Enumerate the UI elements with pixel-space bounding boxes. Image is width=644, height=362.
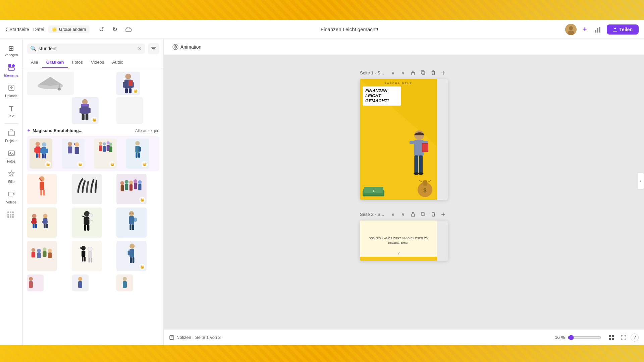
- back-button[interactable]: ‹ Startseite: [5, 26, 29, 33]
- list-item[interactable]: [27, 275, 44, 291]
- list-item[interactable]: [116, 275, 133, 291]
- grid-view-button[interactable]: [606, 333, 616, 343]
- undo-button[interactable]: ↺: [96, 24, 107, 35]
- list-item[interactable]: [116, 97, 143, 124]
- svg-rect-14: [7, 212, 9, 213]
- list-item[interactable]: [116, 207, 147, 238]
- list-item[interactable]: 👑: [30, 138, 52, 169]
- animation-button[interactable]: Animation: [169, 42, 205, 52]
- tab-audio[interactable]: Audio: [108, 57, 127, 68]
- slide-2-down-button[interactable]: ∨: [399, 210, 408, 219]
- svg-rect-54: [42, 154, 44, 158]
- clear-search-icon[interactable]: ✕: [138, 46, 142, 51]
- redo-button[interactable]: ↻: [110, 24, 120, 35]
- svg-rect-60: [74, 147, 79, 154]
- sidebar-item-elemente[interactable]: Elemente: [1, 61, 21, 80]
- list-item[interactable]: [27, 207, 57, 238]
- list-item[interactable]: [27, 241, 57, 271]
- slide-1-copy-button[interactable]: [419, 68, 428, 77]
- slide-1-add-button[interactable]: [439, 68, 448, 77]
- list-item[interactable]: [72, 241, 102, 271]
- tab-fotos[interactable]: Fotos: [68, 57, 87, 68]
- datei-label[interactable]: Datei: [33, 27, 44, 32]
- slide-1-money-bills: $: [363, 185, 386, 197]
- sidebar-item-stile[interactable]: Stile: [1, 167, 21, 186]
- slide-1-down-button[interactable]: ∨: [399, 68, 408, 77]
- sidebar-pattern-icon: [7, 211, 16, 222]
- svg-rect-73: [138, 153, 140, 158]
- canvas-scroll[interactable]: Seite 1 - S... ∧ ∨: [164, 55, 644, 329]
- zoom-slider[interactable]: [568, 335, 601, 340]
- slide-1-money-bag: $: [416, 176, 434, 198]
- slide-1-up-button[interactable]: ∧: [389, 68, 397, 77]
- svg-point-50: [42, 142, 46, 147]
- list-item[interactable]: [72, 207, 102, 238]
- slide-2-add-button[interactable]: [439, 210, 448, 219]
- add-collaborator-button[interactable]: +: [580, 24, 590, 35]
- filter-button[interactable]: [148, 43, 159, 54]
- sidebar-item-videos[interactable]: Videos: [1, 188, 21, 207]
- svg-point-78: [120, 181, 124, 185]
- list-item[interactable]: 👑: [126, 138, 149, 169]
- list-item[interactable]: [72, 174, 102, 204]
- grosse-andern-button[interactable]: 🌟 Größe ändern: [48, 25, 90, 33]
- sidebar-item-projekte[interactable]: Projekte: [1, 126, 21, 145]
- svg-rect-95: [42, 221, 48, 223]
- svg-point-63: [103, 142, 106, 145]
- svg-rect-133: [29, 281, 33, 288]
- tab-grafiken[interactable]: Grafiken: [42, 57, 68, 68]
- list-item[interactable]: 👑: [62, 138, 85, 169]
- notes-button[interactable]: Notizen: [169, 335, 191, 340]
- list-item[interactable]: [27, 174, 57, 204]
- svg-point-117: [48, 249, 52, 252]
- svg-rect-42: [86, 114, 88, 120]
- sidebar-item-vorlagen[interactable]: ⊞ Vorlagen: [1, 42, 21, 60]
- sidebar-item-fotos[interactable]: Fotos: [1, 147, 21, 166]
- slide-2-copy-button[interactable]: [419, 210, 428, 219]
- search-input[interactable]: [39, 46, 136, 51]
- help-button[interactable]: ?: [631, 334, 639, 342]
- slide-1-lock-button[interactable]: [409, 68, 418, 77]
- svg-rect-96: [44, 224, 46, 228]
- header-center: Finanzen Leicht gemacht!: [139, 26, 560, 32]
- svg-point-132: [29, 277, 33, 281]
- slide-2-lock-button[interactable]: [409, 210, 418, 219]
- tab-videos[interactable]: Videos: [87, 57, 108, 68]
- slide-1-delete-button[interactable]: [429, 68, 438, 77]
- analytics-button[interactable]: [593, 24, 603, 35]
- list-item[interactable]: [27, 72, 74, 95]
- header: ‹ Startseite Datei 🌟 Größe ändern ↺ ↻ Fi…: [0, 20, 644, 39]
- svg-rect-71: [139, 147, 141, 152]
- svg-rect-13: [8, 192, 13, 196]
- tab-alle[interactable]: Alle: [27, 57, 42, 68]
- list-item[interactable]: [72, 275, 89, 291]
- share-button[interactable]: Teilen: [607, 24, 639, 35]
- panel-tabs: Alle Grafiken Fotos Videos Audio: [23, 57, 163, 68]
- svg-rect-126: [91, 258, 92, 262]
- cloud-save-button[interactable]: [123, 24, 134, 35]
- svg-point-113: [37, 249, 41, 252]
- list-item[interactable]: 👑: [116, 241, 147, 271]
- zoom-percentage: 16 %: [551, 335, 565, 340]
- list-item[interactable]: 👑: [116, 72, 140, 95]
- header-right: + Teilen: [565, 24, 639, 35]
- user-avatar[interactable]: [565, 24, 577, 35]
- svg-rect-36: [128, 80, 133, 86]
- svg-point-115: [43, 247, 46, 251]
- list-item[interactable]: 👑: [72, 97, 99, 124]
- expand-button[interactable]: [619, 333, 629, 343]
- slide-2-up-button[interactable]: ∧: [389, 210, 397, 219]
- sidebar-item-uploads[interactable]: Uploads: [1, 81, 21, 101]
- list-item[interactable]: 👑: [116, 174, 147, 204]
- sidebar-item-text[interactable]: T Text: [1, 102, 21, 121]
- list-item[interactable]: 👑: [94, 138, 117, 169]
- svg-point-2: [568, 31, 574, 35]
- slide-2-container[interactable]: "EIN SCHLAUES ZITAT UM DIE LESER ZU BEGE…: [360, 221, 448, 261]
- search-results-grid-6: [27, 275, 159, 291]
- svg-rect-6: [8, 64, 11, 67]
- alle-anzeigen-link[interactable]: Alle anzeigen: [135, 128, 159, 133]
- slide-2-delete-button[interactable]: [429, 210, 438, 219]
- slide-1-container[interactable]: ↻ SASCHA DELP FINANZEN: [360, 79, 448, 200]
- search-results-grid-3: 👑: [27, 174, 159, 204]
- svg-point-67: [109, 143, 112, 146]
